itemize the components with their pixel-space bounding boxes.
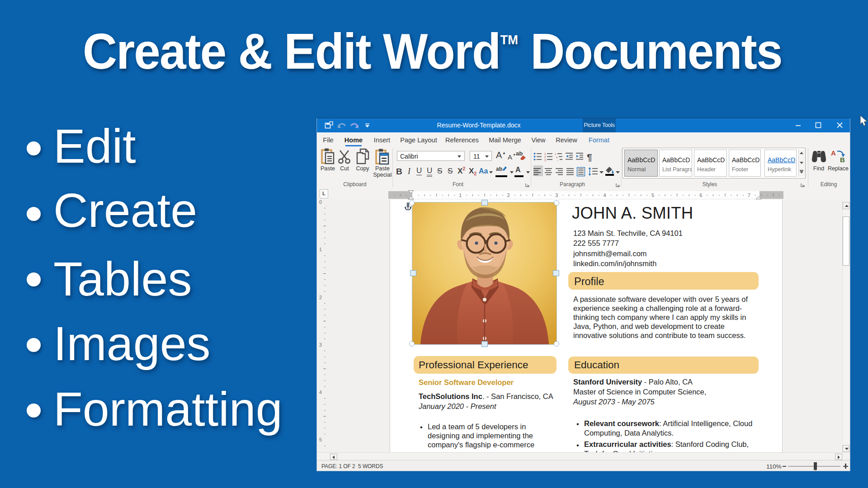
svg-text:a: a — [556, 156, 558, 159]
svg-text:A: A — [831, 149, 836, 157]
svg-text:7: 7 — [748, 192, 750, 198]
svg-text:4: 4 — [319, 389, 322, 395]
svg-text:5: 5 — [651, 192, 654, 198]
svg-text:4: 4 — [604, 192, 606, 198]
svg-text:2: 2 — [507, 192, 510, 198]
svg-text:3: 3 — [319, 342, 322, 347]
svg-text:1: 1 — [555, 153, 557, 155]
svg-text:1: 1 — [319, 247, 322, 252]
svg-text:6: 6 — [699, 192, 702, 198]
svg-text:¶: ¶ — [587, 152, 592, 162]
svg-text:i: i — [557, 159, 558, 162]
svg-text:5: 5 — [319, 437, 322, 442]
svg-text:3: 3 — [555, 192, 558, 198]
svg-text:2: 2 — [544, 155, 546, 159]
svg-text:2: 2 — [319, 295, 322, 300]
svg-text:B: B — [840, 156, 845, 164]
svg-text:3: 3 — [544, 159, 546, 162]
svg-text:1: 1 — [459, 192, 462, 198]
svg-text:0: 0 — [319, 200, 322, 205]
